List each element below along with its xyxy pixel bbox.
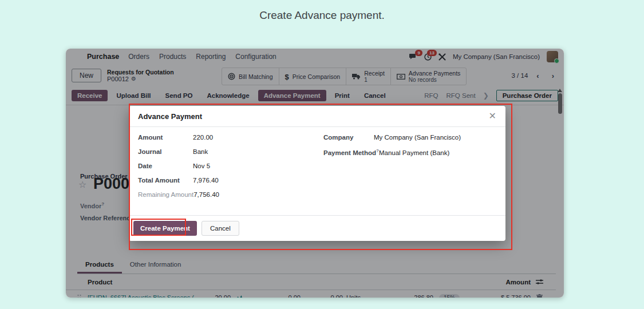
field-remaining-amount-label: Remaining Amount [138, 191, 193, 198]
fields-right-column: CompanyMy Company (San Francisco)Payment… [323, 134, 496, 205]
page-caption: Create Advance payment. [0, 9, 644, 22]
dialog-body: Amount220.00JournalBankDateNov 5Total Am… [129, 127, 505, 215]
field-date-label: Date [138, 163, 193, 169]
field-journal: JournalBank [138, 148, 310, 163]
cancel-button[interactable]: Cancel [202, 221, 239, 236]
field-amount-value[interactable]: 220.00 [193, 134, 213, 141]
fields-left-column: Amount220.00JournalBankDateNov 5Total Am… [138, 134, 310, 205]
advance-payment-dialog: Advance Payment ✕ Amount220.00JournalBan… [129, 106, 505, 241]
field-remaining-amount: Remaining Amount7,756.40 [138, 191, 310, 205]
field-amount: Amount220.00 [138, 134, 310, 148]
dialog-title: Advance Payment [138, 112, 202, 121]
field-remaining-amount-value[interactable]: 7,756.40 [193, 191, 219, 198]
screenshot-stage: Create Advance payment. Purchase OrdersP… [0, 0, 644, 309]
field-total-amount-value[interactable]: 7,976.40 [193, 177, 219, 184]
field-journal-value[interactable]: Bank [193, 148, 208, 155]
odoo-app-window: Purchase OrdersProductsReportingConfigur… [66, 49, 564, 298]
create-payment-button[interactable]: Create Payment [133, 221, 197, 236]
field-amount-label: Amount [138, 134, 193, 141]
field-company-value[interactable]: My Company (San Francisco) [374, 134, 461, 141]
dialog-footer: Create Payment Cancel [129, 215, 505, 241]
dialog-header: Advance Payment ✕ [129, 106, 505, 127]
field-company-label: Company [323, 134, 374, 141]
field-total-amount: Total Amount7,976.40 [138, 177, 310, 191]
field-company: CompanyMy Company (San Francisco) [323, 134, 496, 148]
field-date-value[interactable]: Nov 5 [193, 163, 210, 169]
field-payment-method-value[interactable]: Manual Payment (Bank) [379, 149, 449, 156]
field-payment-method: Payment Method?Manual Payment (Bank) [323, 148, 496, 163]
field-payment-method-label: Payment Method? [323, 148, 379, 156]
close-icon[interactable]: ✕ [489, 112, 496, 121]
field-date: DateNov 5 [138, 163, 310, 177]
field-journal-label: Journal [138, 148, 193, 155]
field-total-amount-label: Total Amount [138, 177, 193, 184]
